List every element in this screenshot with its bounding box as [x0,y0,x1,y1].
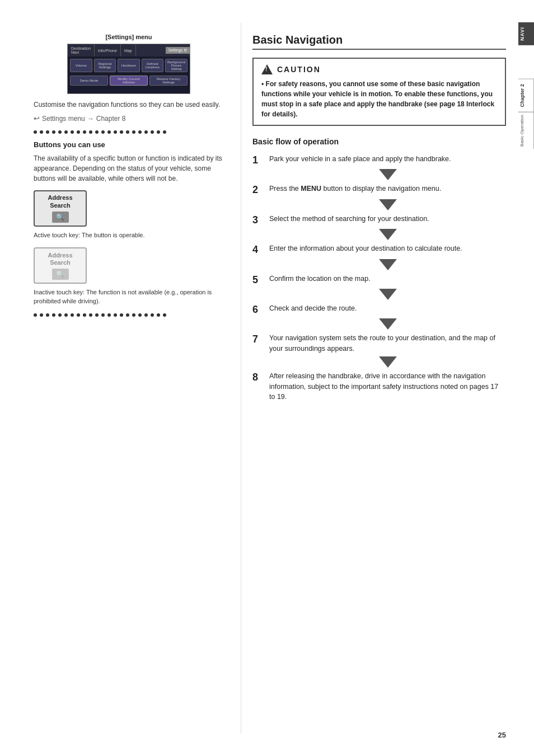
dot [163,313,166,317]
dot [89,130,92,134]
dot-divider-top [34,130,224,134]
step-2-text: Press the MENU button to display the nav… [269,184,506,194]
step-3-number: 3 [252,214,264,227]
dot [126,313,129,317]
dot [40,313,43,317]
nav-btn-hardware: Hardware [118,59,140,72]
dot [132,313,135,317]
dot [58,130,62,134]
buttons-section-description: The availability of a specific button or… [34,153,224,184]
settings-link-chapter: Chapter 8 [96,115,126,123]
dot [120,313,123,317]
flow-arrow-2 [269,199,506,212]
caution-triangle-icon [261,64,273,74]
settings-menu-screenshot: DestinationNavi Info/Phone Map Settings … [67,44,190,94]
nav-tab-info: Info/Phone [95,44,121,57]
nav-tab-destination: DestinationNavi [68,44,95,57]
flow-heading: Basic flow of operation [252,137,506,146]
dot-divider-bottom [34,313,224,317]
flow-step-3: 3 Select the method of searching for you… [252,214,506,227]
nav-tab-map: Map [121,44,136,57]
tab-basic-operation: Basic Operation [518,112,534,149]
dot [151,130,154,134]
step-4-number: 4 [252,243,264,256]
flow-step-8: 8 After releasing the handbrake, drive i… [252,371,506,402]
dot [52,313,55,317]
right-edge-tabs: NAVI Chapter 2 Basic Operation [518,22,534,734]
dot [126,130,129,134]
active-btn-text-line2: Search [50,202,71,209]
dot [64,130,68,134]
caution-text: • For safety reasons, you cannot use som… [261,79,497,119]
settings-description: Customise the navigation functions so th… [34,100,224,110]
arrow-icon: ↩ [34,114,40,123]
flow-step-4: 4 Enter the information about your desti… [252,243,506,256]
nav-btn-modify: Modify Current Address [110,76,148,86]
settings-menu-label: [Settings] menu [34,34,224,40]
nav-btn-regional: Regional Settings [94,59,116,72]
nav-ui-simulation: DestinationNavi Info/Phone Map Settings … [68,44,190,93]
step-3-text: Select the method of searching for your … [269,214,506,224]
flow-step-6: 6 Check and decide the route. [252,303,506,316]
step-1-text: Park your vehicle in a safe place and ap… [269,154,506,165]
dot [138,313,142,317]
dot [77,130,80,134]
nav-btn-demo: Demo Mode [70,76,108,86]
nav-ui-top-bar: DestinationNavi Info/Phone Map Settings … [68,44,190,57]
left-column: [Settings] menu DestinationNavi Info/Pho… [0,22,241,734]
tab-navi: NAVI [518,22,534,45]
inactive-address-search-button: Address Search [34,247,87,284]
dot [107,313,111,317]
search-icon-inactive [52,269,69,280]
step-5-number: 5 [252,274,264,287]
dot [83,313,86,317]
caution-header: CAUTION [261,64,497,74]
step-8-text: After releasing the handbrake, drive in … [269,371,506,402]
nav-btn-defined: Defined Locations [142,59,164,72]
dot [71,130,74,134]
right-column: Basic Navigation CAUTION • For safety re… [241,22,534,734]
caution-title: CAUTION [277,65,321,74]
active-btn-text-line1: Address [48,194,72,201]
flow-arrow-7 [269,356,506,369]
inactive-btn-text-line2: Search [50,259,71,266]
dot [114,313,117,317]
step-6-number: 6 [252,303,264,316]
dot [157,313,160,317]
tab-chapter2: Chapter 2 [518,79,534,112]
flow-step-7: 7 Your navigation system sets the route … [252,333,506,354]
dot [138,130,142,134]
dot [101,130,105,134]
dot [40,130,43,134]
dot [144,313,148,317]
active-address-search-button[interactable]: Address Search [34,190,87,227]
page-container: [Settings] menu DestinationNavi Info/Pho… [0,0,534,756]
flow-arrow-5 [269,289,506,302]
flow-steps: 1 Park your vehicle in a safe place and … [252,154,506,402]
step-6-text: Check and decide the route. [269,303,506,314]
dot [114,130,117,134]
buttons-section-title: Buttons you can use [34,140,224,149]
step-7-text: Your navigation system sets the route to… [269,333,506,354]
dot [52,130,55,134]
dot [107,130,111,134]
step-4-text: Enter the information about your destina… [269,243,506,254]
dot [71,313,74,317]
nav-btn-row-1: Volume Regional Settings Hardware Define… [70,59,188,72]
flow-step-5: 5 Confirm the location on the map. [252,274,506,287]
caution-text-content: For safety reasons, you cannot use some … [261,80,494,118]
dot [95,130,99,134]
dot [46,313,49,317]
flow-arrow-4 [269,259,506,272]
dot [144,130,148,134]
page-number: 25 [498,731,506,739]
search-icon [52,212,69,223]
inactive-button-caption: Inactive touch key: The function is not … [34,288,224,306]
dot [64,313,68,317]
down-arrow-icon [379,199,397,210]
flow-arrow-3 [269,229,506,242]
down-arrow-icon [379,356,397,368]
dot [77,313,80,317]
dot [95,313,99,317]
down-arrow-icon [379,229,397,240]
